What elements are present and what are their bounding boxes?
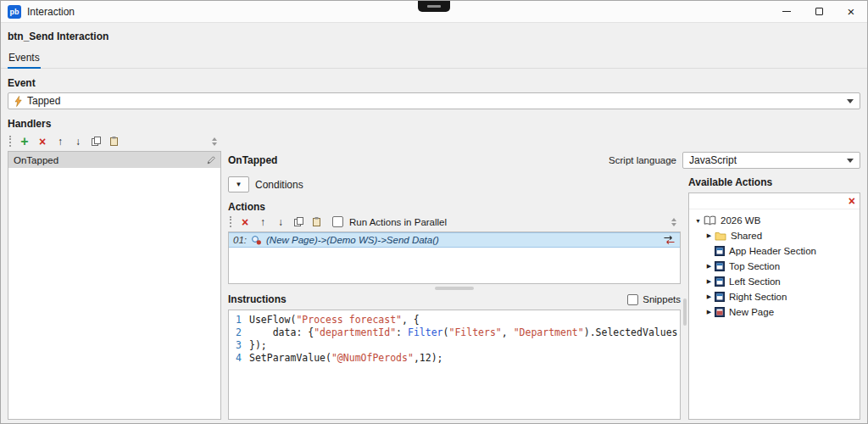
expand-arrow-icon[interactable]: ▶ xyxy=(704,278,715,285)
actions-toolbar: ×↑↓ Run Actions in Parallel xyxy=(228,213,681,231)
close-button[interactable]: × xyxy=(835,1,867,22)
tree-item-shared[interactable]: ▶Shared xyxy=(689,228,860,243)
book-icon xyxy=(704,215,716,226)
collapse-arrow-icon[interactable]: ▼ xyxy=(693,218,704,224)
close-icon: × xyxy=(848,5,855,18)
script-language-label: Script language xyxy=(609,155,676,165)
event-label: Event xyxy=(8,77,860,89)
editor-lower-row: ▼ Conditions Actions ×↑↓ Run Actions in … xyxy=(228,171,860,420)
code-line: 3}); xyxy=(229,339,680,352)
clear-filter-button[interactable]: × xyxy=(849,195,855,207)
conditions-expand-button[interactable]: ▼ xyxy=(228,176,249,192)
lightning-icon xyxy=(14,96,22,107)
move-up-button[interactable]: ↑ xyxy=(53,134,68,149)
move-down-button[interactable]: ↓ xyxy=(273,215,288,230)
copy-button[interactable] xyxy=(88,134,103,149)
minimize-button[interactable] xyxy=(771,1,803,22)
action-item[interactable]: 01:(New Page)->(Demo WS)->Send Data() xyxy=(229,232,680,248)
tree-item-label: New Page xyxy=(729,307,774,317)
expand-arrow-icon[interactable]: ▶ xyxy=(704,309,715,315)
move-up-button[interactable]: ↑ xyxy=(255,215,270,230)
paste-button[interactable] xyxy=(106,134,121,149)
actions-label: Actions xyxy=(228,201,681,213)
tree-item-app-header-section[interactable]: App Header Section xyxy=(689,243,860,259)
flow-icon xyxy=(251,235,262,245)
snippets-label: Snippets xyxy=(643,294,681,304)
expand-arrow-icon[interactable]: ▶ xyxy=(704,232,715,239)
run-parallel-checkbox[interactable] xyxy=(332,216,343,227)
chevron-down-icon xyxy=(847,159,854,163)
interaction-window: pb Interaction × btn_Send Interaction Ev… xyxy=(0,0,868,424)
move-down-button[interactable]: ↓ xyxy=(70,134,86,149)
tree-item-label: Top Section xyxy=(729,261,780,271)
conditions-row: ▼ Conditions xyxy=(228,176,681,192)
section-icon xyxy=(715,276,725,287)
section-icon xyxy=(715,261,725,271)
vertical-splitter[interactable] xyxy=(681,171,688,420)
code-editor[interactable]: 1UseFlow("Process forecast", {2 data: {"… xyxy=(228,310,681,420)
expand-arrow-icon[interactable]: ▶ xyxy=(704,293,715,300)
folder-icon xyxy=(715,232,726,241)
event-dropdown[interactable]: Tapped xyxy=(8,92,860,109)
handlers-label: Handlers xyxy=(8,118,860,130)
handlers-toolbar-buttons: +×↑↓ xyxy=(17,134,121,149)
swap-arrows-icon[interactable] xyxy=(663,235,676,245)
app-icon: pb xyxy=(8,5,21,19)
editor-header: OnTapped Script language JavaScript xyxy=(228,151,860,170)
main-columns: +×↑↓ OnTapped OnTapped Script language J… xyxy=(8,132,860,420)
run-parallel-label: Run Actions in Parallel xyxy=(349,217,447,227)
page-icon xyxy=(715,307,725,317)
tree-item-label: Shared xyxy=(731,231,762,241)
tree-item-left-section[interactable]: ▶Left Section xyxy=(689,274,860,289)
delete-button[interactable]: × xyxy=(35,134,50,149)
edit-pencil-icon[interactable] xyxy=(207,155,216,165)
maximize-icon xyxy=(815,8,823,15)
tree-item-right-section[interactable]: ▶Right Section xyxy=(689,289,860,304)
tab-events[interactable]: Events xyxy=(8,52,41,69)
minimize-icon xyxy=(782,11,791,12)
handler-editor-region: OnTapped Script language JavaScript ▼ Co… xyxy=(228,132,860,420)
handlers-panel: +×↑↓ OnTapped xyxy=(8,132,221,420)
editor-panel: ▼ Conditions Actions ×↑↓ Run Actions in … xyxy=(228,171,681,420)
actions-list: 01:(New Page)->(Demo WS)->Send Data() xyxy=(228,232,681,284)
line-number: 3 xyxy=(229,339,249,352)
window-controls: × xyxy=(771,1,867,22)
handlers-list: OnTapped xyxy=(8,151,221,420)
copy-button[interactable] xyxy=(291,215,306,230)
tree-item-new-page[interactable]: ▶New Page xyxy=(689,304,860,320)
available-actions-tree: ▼2026 WB▶SharedApp Header Section▶Top Se… xyxy=(689,209,860,320)
delete-button[interactable]: × xyxy=(237,215,253,230)
actions-toolbar-buttons: ×↑↓ xyxy=(237,215,324,230)
section-icon xyxy=(715,246,725,256)
instructions-label: Instructions xyxy=(228,293,287,305)
toolbar-overflow-icon[interactable] xyxy=(212,137,220,146)
available-actions-panel: Available Actions × ▼2026 WB▶SharedApp H… xyxy=(688,171,860,420)
expand-arrow-icon[interactable]: ▶ xyxy=(704,263,715,270)
tree-item-label: 2026 WB xyxy=(721,215,760,226)
paste-button[interactable] xyxy=(309,215,324,230)
action-text: (New Page)->(Demo WS)->Send Data() xyxy=(266,235,439,245)
script-language-value: JavaScript xyxy=(689,154,737,166)
tree-item-label: App Header Section xyxy=(729,246,816,256)
tree-item-2026-wb[interactable]: ▼2026 WB xyxy=(689,213,860,228)
toolbar-grip[interactable] xyxy=(230,216,233,227)
instructions-header: Instructions Snippets xyxy=(228,292,681,307)
tree-item-top-section[interactable]: ▶Top Section xyxy=(689,259,860,274)
horizontal-splitter[interactable] xyxy=(228,284,681,292)
maximize-button[interactable] xyxy=(803,1,835,22)
script-language-dropdown[interactable]: JavaScript xyxy=(682,152,860,169)
chevron-down-icon xyxy=(847,99,854,103)
code-line: 1UseFlow("Process forecast", { xyxy=(229,314,680,326)
handlers-toolbar: +×↑↓ xyxy=(8,132,221,150)
toolbar-grip[interactable] xyxy=(9,136,13,147)
add-button[interactable]: + xyxy=(17,134,32,149)
page-title: btn_Send Interaction xyxy=(8,31,860,42)
toolbar-overflow-icon[interactable] xyxy=(671,218,679,226)
code-line: 2 data: {"departmentId": Filter("Filters… xyxy=(229,326,680,339)
line-number: 2 xyxy=(229,326,249,339)
code-line-text: data: {"departmentId": Filter("Filters",… xyxy=(249,326,681,339)
handler-item[interactable]: OnTapped xyxy=(8,152,220,168)
code-line-text: UseFlow("Process forecast", { xyxy=(249,314,420,326)
editor-title: OnTapped xyxy=(228,154,277,166)
snippets-checkbox[interactable] xyxy=(627,294,638,305)
